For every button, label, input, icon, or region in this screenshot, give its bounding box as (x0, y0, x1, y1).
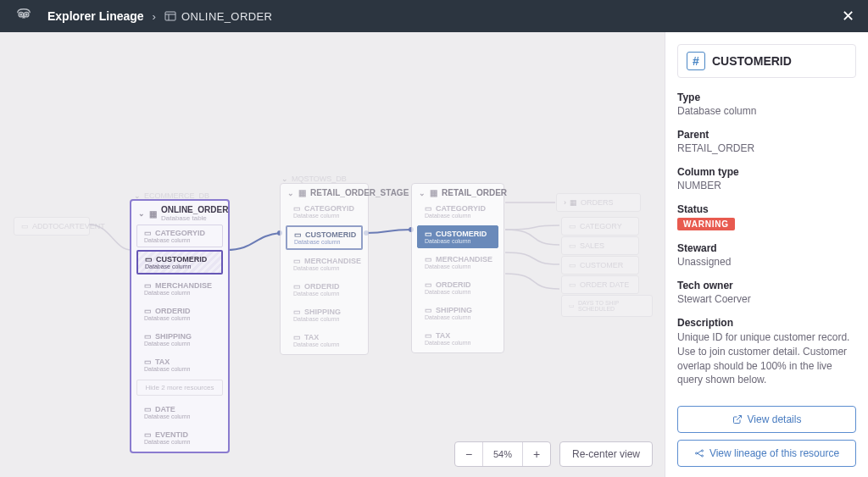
column-icon: ▭ (293, 204, 301, 213)
mini-days-to-ship[interactable]: ▭DAYS TO SHIP SCHEDULED (561, 295, 653, 317)
field-tax[interactable]: ▭TAXDatabase column (286, 329, 363, 352)
svg-point-12 (695, 452, 697, 454)
svg-line-11 (737, 416, 742, 421)
mini-customer[interactable]: ▭CUSTOMER (561, 256, 639, 275)
view-lineage-button[interactable]: View lineage of this resource (677, 440, 856, 467)
view-details-button[interactable]: View details (677, 406, 856, 433)
column-icon: ▭ (293, 308, 301, 316)
label-parent: Parent (677, 129, 856, 141)
lineage-canvas[interactable]: ▭ ADDTOCARTEVENT ⌄ ECOMMERCE_DB ⌄ ▦ ONLI… (0, 32, 665, 477)
label-type: Type (677, 92, 856, 103)
chevron-right-icon: › (153, 10, 156, 23)
column-icon: ▭ (425, 331, 432, 340)
column-icon: ▭ (145, 255, 153, 263)
field-tax[interactable]: ▭TAXDatabase column (136, 353, 223, 376)
field-merchandise[interactable]: ▭MERCHANDISEDatabase column (136, 277, 223, 300)
field-categoryid[interactable]: ▭CATEGORYIDDatabase column (136, 225, 223, 247)
table-icon: ▦ (570, 198, 577, 207)
field-eventid[interactable]: ▭EVENTIDDatabase column (136, 426, 223, 449)
hide-more-toggle[interactable]: Hide 2 more resources (136, 380, 223, 396)
panel-title: CUSTOMERID (712, 54, 792, 68)
column-icon: ▭ (144, 358, 152, 366)
value-parent: RETAIL_ORDER (677, 142, 856, 154)
label-owner: Tech owner (677, 280, 856, 291)
value-coltype: NUMBER (677, 180, 856, 191)
chevron-down-icon: ⌄ (281, 175, 288, 183)
mini-sales[interactable]: ▭SALES (561, 236, 639, 255)
svg-point-14 (701, 455, 703, 457)
chevron-down-icon: ⌄ (138, 209, 145, 218)
node-addtocartevent[interactable]: ▭ ADDTOCARTEVENT (14, 217, 90, 236)
column-icon: ▭ (425, 204, 432, 213)
svg-rect-4 (165, 12, 175, 20)
zoom-out-button[interactable]: − (455, 442, 482, 466)
mini-category[interactable]: ▭CATEGORY (561, 217, 639, 236)
field-date[interactable]: ▭DATEDatabase column (136, 401, 223, 424)
field-tax[interactable]: ▭TAXDatabase column (417, 327, 498, 350)
zoom-value: 54% (482, 442, 523, 466)
label-description: Description (677, 317, 856, 329)
chevron-down-icon: ⌄ (419, 189, 426, 197)
column-icon: ▭ (425, 306, 432, 314)
value-description: Unique ID for unique customer record. Us… (677, 330, 856, 387)
label-status: Status (677, 203, 856, 215)
column-icon: ▭ (293, 257, 301, 265)
value-owner: Stewart Coerver (677, 293, 856, 305)
field-customerid[interactable]: ▭CUSTOMERIDDatabase column (286, 225, 363, 250)
column-icon: ▭ (144, 405, 152, 413)
recenter-button[interactable]: Re-center view (559, 441, 653, 467)
column-icon: ▭ (425, 230, 432, 238)
field-merchandise[interactable]: ▭MERCHANDISEDatabase column (417, 251, 498, 274)
breadcrumb-label[interactable]: ONLINE_ORDER (181, 10, 272, 23)
field-orderid[interactable]: ▭ORDERIDDatabase column (136, 302, 223, 325)
column-icon: ▭ (21, 222, 29, 230)
chevron-down-icon: ⌄ (287, 189, 294, 197)
header-title: Explorer Lineage (47, 9, 144, 23)
details-panel: # CUSTOMERID Type Database column Parent… (665, 32, 868, 477)
field-orderid[interactable]: ▭ORDERIDDatabase column (417, 276, 498, 299)
column-icon: ▭ (425, 255, 432, 263)
field-shipping[interactable]: ▭SHIPPINGDatabase column (417, 302, 498, 324)
column-icon: ▭ (569, 241, 576, 250)
column-icon: ▭ (569, 302, 575, 309)
field-shipping[interactable]: ▭SHIPPINGDatabase column (136, 328, 223, 351)
column-icon: ▭ (569, 222, 576, 230)
value-type: Database column (677, 105, 856, 117)
node-retail-order[interactable]: ⌄ ▦ RETAIL_ORDER ▭CATEGORYIDDatabase col… (411, 183, 504, 353)
column-icon: ▭ (144, 229, 152, 237)
value-steward: Unassigned (677, 256, 856, 268)
field-merchandise[interactable]: ▭MERCHANDISEDatabase column (286, 252, 363, 275)
field-customerid[interactable]: ▭CUSTOMERIDDatabase column (136, 250, 223, 275)
lineage-icon (694, 448, 704, 458)
field-categoryid[interactable]: ▭CATEGORYIDDatabase column (286, 200, 363, 223)
node-retail-order-stage[interactable]: ⌄ ▦ RETAIL_ORDER_STAGE ▭CATEGORYIDDataba… (280, 183, 369, 355)
field-customerid-selected[interactable]: ▭CUSTOMERIDDatabase column (417, 225, 498, 248)
label-steward: Steward (677, 242, 856, 254)
field-orderid[interactable]: ▭ORDERIDDatabase column (286, 278, 363, 301)
table-icon: ▦ (430, 188, 437, 197)
panel-title-box: # CUSTOMERID (677, 44, 856, 78)
app-header: Explorer Lineage › ONLINE_ORDER ✕ (0, 0, 868, 32)
close-icon[interactable]: ✕ (842, 7, 854, 25)
mini-order-date[interactable]: ▭ORDER DATE (561, 275, 639, 294)
field-shipping[interactable]: ▭SHIPPINGDatabase column (286, 303, 363, 326)
column-icon: ▭ (144, 281, 152, 290)
zoom-control: − 54% + (454, 441, 551, 467)
chevron-right-icon: › (564, 198, 566, 207)
hash-icon: # (687, 52, 705, 70)
column-icon: ▭ (144, 430, 152, 439)
zoom-in-button[interactable]: + (523, 442, 550, 466)
node-orders[interactable]: › ▦ ORDERS (556, 193, 641, 212)
column-icon: ▭ (144, 332, 152, 341)
status-badge: WARNING (677, 218, 735, 230)
column-icon: ▭ (293, 282, 301, 291)
column-icon: ▭ (293, 333, 301, 341)
logo-owl-icon (14, 6, 34, 26)
label-coltype: Column type (677, 166, 856, 178)
table-icon: ▦ (298, 188, 306, 197)
field-categoryid[interactable]: ▭CATEGORYIDDatabase column (417, 200, 498, 223)
node-online-order[interactable]: ⌄ ▦ ONLINE_ORDER Database table ▭CATEGOR… (130, 199, 230, 453)
svg-point-2 (20, 14, 22, 15)
column-icon: ▭ (144, 307, 152, 315)
svg-point-3 (25, 14, 27, 15)
